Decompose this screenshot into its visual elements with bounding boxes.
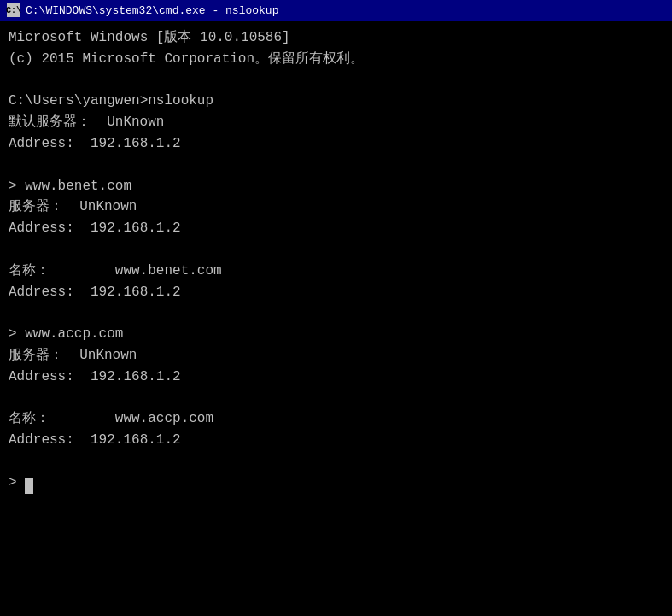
terminal-line: Address: 192.168.1.2 bbox=[9, 218, 663, 239]
terminal-line bbox=[9, 70, 663, 91]
terminal-line: 服务器： UnKnown bbox=[9, 345, 663, 367]
terminal-line bbox=[9, 155, 663, 176]
terminal-line: C:\Users\yangwen>nslookup bbox=[9, 91, 663, 112]
terminal-line bbox=[9, 451, 663, 472]
terminal-line: > bbox=[9, 472, 663, 494]
terminal-line: Microsoft Windows [版本 10.0.10586] bbox=[9, 27, 663, 49]
cursor-blink bbox=[25, 478, 33, 494]
title-bar-text: C:\WINDOWS\system32\cmd.exe - nslookup bbox=[26, 4, 278, 17]
cmd-icon: C:\ bbox=[7, 3, 20, 17]
terminal-line bbox=[9, 239, 663, 261]
terminal-line: 名称： www.benet.com bbox=[9, 261, 663, 282]
terminal-line: > www.accp.com bbox=[9, 324, 663, 345]
terminal-line: 服务器： UnKnown bbox=[9, 197, 663, 218]
terminal-line: (c) 2015 Microsoft Corporation。保留所有权利。 bbox=[9, 49, 663, 70]
terminal-window: Microsoft Windows [版本 10.0.10586](c) 201… bbox=[0, 21, 672, 616]
terminal-line: 默认服务器： UnKnown bbox=[9, 112, 663, 133]
terminal-line: > www.benet.com bbox=[9, 176, 663, 197]
terminal-line: 名称： www.accp.com bbox=[9, 408, 663, 430]
terminal-line: Address: 192.168.1.2 bbox=[9, 133, 663, 155]
title-bar: C:\ C:\WINDOWS\system32\cmd.exe - nslook… bbox=[0, 0, 672, 21]
terminal-line: Address: 192.168.1.2 bbox=[9, 430, 663, 451]
terminal-line bbox=[9, 388, 663, 409]
terminal-line bbox=[9, 302, 663, 324]
terminal-line: Address: 192.168.1.2 bbox=[9, 282, 663, 303]
terminal-line: Address: 192.168.1.2 bbox=[9, 367, 663, 388]
